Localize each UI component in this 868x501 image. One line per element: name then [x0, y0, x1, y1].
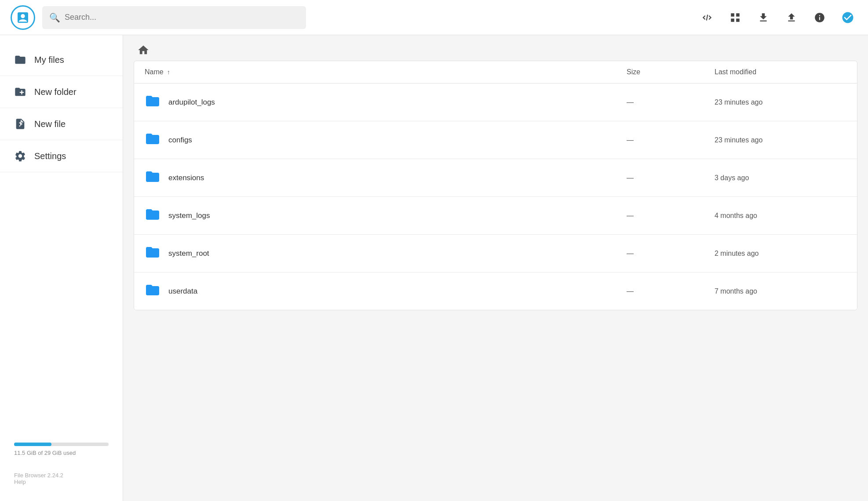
- file-size: —: [627, 287, 715, 295]
- code-icon: [701, 12, 713, 23]
- version-label: File Browser 2.24.2: [14, 472, 109, 479]
- header: 🔍: [0, 0, 868, 35]
- my-files-label: My files: [34, 55, 64, 65]
- check-button[interactable]: [838, 8, 857, 27]
- file-modified: 23 minutes ago: [715, 98, 846, 106]
- file-modified: 2 minutes ago: [715, 250, 846, 258]
- table-row[interactable]: ardupilot_logs — 23 minutes ago: [134, 84, 857, 121]
- check-icon: [841, 11, 854, 24]
- file-table: Name ↑ Size Last modified ardupilot_logs…: [134, 61, 857, 310]
- file-size: —: [627, 212, 715, 220]
- search-icon: 🔍: [49, 12, 60, 23]
- layout: My files New folder New file Settings 11…: [0, 35, 868, 501]
- file-name: system_root: [168, 249, 209, 258]
- folder-svg: [145, 93, 160, 109]
- table-row[interactable]: extensions — 3 days ago: [134, 159, 857, 197]
- folder-icon: [145, 282, 160, 300]
- table-row[interactable]: configs — 23 minutes ago: [134, 121, 857, 159]
- logo-icon: [16, 11, 30, 25]
- folder-icon: [145, 244, 160, 262]
- upload-button[interactable]: [782, 8, 801, 27]
- storage-used-label: 11.5 GiB of 29 GiB used: [14, 450, 109, 456]
- storage-bar-fill: [14, 443, 51, 446]
- file-name-cell: system_logs: [145, 207, 627, 225]
- sidebar: My files New folder New file Settings 11…: [0, 35, 123, 501]
- upload-icon: [786, 12, 797, 23]
- file-size: —: [627, 98, 715, 106]
- main-content: Name ↑ Size Last modified ardupilot_logs…: [123, 35, 868, 501]
- table-header: Name ↑ Size Last modified: [134, 61, 857, 84]
- folder-svg: [145, 282, 160, 298]
- file-size: —: [627, 174, 715, 182]
- search-bar[interactable]: 🔍: [42, 6, 306, 29]
- breadcrumb: [123, 35, 868, 61]
- folder-icon: [145, 207, 160, 225]
- info-icon: [814, 12, 825, 23]
- file-modified: 4 months ago: [715, 212, 846, 220]
- col-modified-header[interactable]: Last modified: [715, 68, 846, 76]
- sort-arrow-icon: ↑: [167, 69, 170, 76]
- header-actions: [697, 8, 857, 27]
- sidebar-item-new-file[interactable]: New file: [0, 108, 123, 140]
- code-view-button[interactable]: [697, 8, 717, 27]
- file-name: extensions: [168, 174, 204, 182]
- table-row[interactable]: userdata — 7 months ago: [134, 272, 857, 310]
- file-name-cell: system_root: [145, 244, 627, 262]
- folder-svg: [145, 169, 160, 185]
- file-name: system_logs: [168, 211, 210, 220]
- file-name: userdata: [168, 287, 197, 296]
- storage-section: 11.5 GiB of 29 GiB used: [0, 434, 123, 465]
- folder-icon: [145, 169, 160, 187]
- folder-icon: [145, 93, 160, 111]
- storage-bar-background: [14, 443, 109, 446]
- file-rows: ardupilot_logs — 23 minutes ago configs …: [134, 84, 857, 310]
- folder-icon: [145, 131, 160, 149]
- home-icon[interactable]: [137, 44, 150, 56]
- logo[interactable]: [11, 5, 35, 30]
- info-button[interactable]: [810, 8, 829, 27]
- file-modified: 7 months ago: [715, 287, 846, 295]
- settings-label: Settings: [34, 151, 66, 161]
- file-name-cell: ardupilot_logs: [145, 93, 627, 111]
- folder-svg: [145, 244, 160, 260]
- file-name: configs: [168, 136, 192, 145]
- new-file-icon: [14, 118, 26, 130]
- sidebar-item-my-files[interactable]: My files: [0, 44, 123, 76]
- col-size-header[interactable]: Size: [627, 68, 715, 76]
- file-name-cell: userdata: [145, 282, 627, 300]
- table-row[interactable]: system_root — 2 minutes ago: [134, 235, 857, 272]
- col-name-label: Name: [145, 68, 164, 76]
- search-input[interactable]: [65, 13, 299, 22]
- help-link[interactable]: Help: [14, 479, 26, 485]
- file-name-cell: configs: [145, 131, 627, 149]
- table-row[interactable]: system_logs — 4 months ago: [134, 197, 857, 235]
- sidebar-item-new-folder[interactable]: New folder: [0, 76, 123, 108]
- sidebar-footer: File Browser 2.24.2 Help: [0, 465, 123, 492]
- new-folder-label: New folder: [34, 87, 77, 97]
- file-size: —: [627, 136, 715, 144]
- settings-icon: [14, 150, 26, 162]
- sidebar-item-settings[interactable]: Settings: [0, 140, 123, 172]
- new-folder-icon: [14, 86, 26, 98]
- folder-svg: [145, 207, 160, 222]
- grid-view-button[interactable]: [726, 8, 745, 27]
- file-modified: 3 days ago: [715, 174, 846, 182]
- file-size: —: [627, 250, 715, 258]
- folder-icon: [14, 54, 26, 66]
- download-icon: [758, 12, 769, 23]
- col-name-header[interactable]: Name ↑: [145, 68, 627, 76]
- new-file-label: New file: [34, 119, 66, 129]
- grid-icon: [729, 12, 741, 23]
- download-button[interactable]: [754, 8, 773, 27]
- file-name: ardupilot_logs: [168, 98, 215, 107]
- file-name-cell: extensions: [145, 169, 627, 187]
- file-modified: 23 minutes ago: [715, 136, 846, 144]
- folder-svg: [145, 131, 160, 147]
